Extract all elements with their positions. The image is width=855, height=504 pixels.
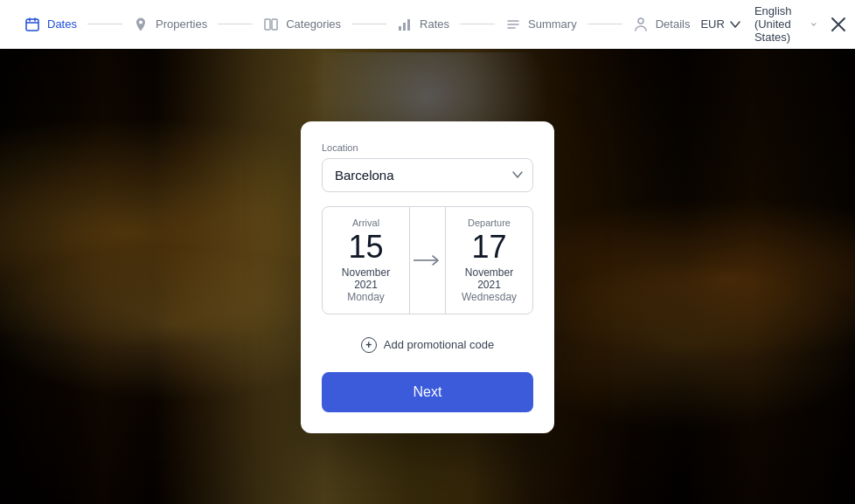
svg-rect-0	[26, 19, 38, 31]
next-button[interactable]: Next	[322, 372, 533, 412]
promo-label: Add promotional code	[384, 338, 494, 351]
svg-rect-4	[265, 19, 270, 30]
location-label: Location	[322, 142, 533, 153]
nav-step-rates-label: Rates	[420, 17, 449, 31]
close-icon	[831, 17, 846, 32]
location-select-wrapper: Barcelona	[322, 158, 533, 192]
currency-chevron-icon	[730, 21, 740, 28]
nav-step-summary[interactable]: Summary	[495, 17, 587, 32]
arrival-box[interactable]: Arrival 15 November 2021 Monday	[323, 207, 409, 314]
step-divider-5	[587, 24, 622, 24]
nav-right: EUR English (United States)	[700, 4, 845, 44]
svg-point-12	[638, 18, 643, 24]
plus-circle-icon: +	[361, 337, 377, 353]
language-value: English (United States)	[754, 4, 806, 44]
arrival-month-year: November 2021	[335, 266, 397, 291]
nav-step-details-label: Details	[656, 17, 691, 31]
svg-rect-8	[407, 19, 410, 31]
rates-icon	[397, 17, 413, 32]
nav-step-details[interactable]: Details	[622, 17, 701, 32]
nav-step-properties-label: Properties	[156, 17, 207, 31]
departure-weekday: Wednesday	[458, 291, 520, 303]
nav-step-dates[interactable]: Dates	[14, 17, 87, 32]
location-select[interactable]: Barcelona	[322, 158, 533, 192]
step-divider-1	[87, 24, 122, 24]
step-divider-4	[460, 24, 495, 24]
categories-icon	[263, 17, 279, 32]
language-chevron-icon	[811, 21, 816, 28]
person-icon	[633, 17, 649, 32]
departure-box[interactable]: Departure 17 November 2021 Wednesday	[446, 207, 532, 314]
currency-value: EUR	[700, 17, 724, 31]
step-divider-3	[351, 24, 386, 24]
top-navigation: Dates Properties Categories	[0, 0, 855, 49]
dates-row: Arrival 15 November 2021 Monday Departur…	[322, 206, 533, 314]
dates-arrow-divider	[409, 207, 446, 314]
nav-step-categories[interactable]: Categories	[253, 17, 351, 32]
departure-label: Departure	[458, 217, 520, 228]
arrival-day: 15	[335, 231, 397, 263]
nav-step-dates-label: Dates	[47, 17, 77, 31]
departure-month-year: November 2021	[458, 266, 520, 291]
nav-step-categories-label: Categories	[286, 17, 341, 31]
arrival-label: Arrival	[335, 217, 397, 228]
svg-rect-7	[403, 23, 406, 31]
booking-modal: Location Barcelona Arrival 15 November 2…	[301, 121, 554, 433]
nav-steps: Dates Properties Categories	[14, 17, 700, 32]
location-icon	[133, 17, 149, 32]
calendar-icon	[24, 17, 40, 32]
close-button[interactable]	[831, 12, 846, 37]
arrival-weekday: Monday	[335, 291, 397, 303]
step-divider-2	[218, 24, 253, 24]
departure-day: 17	[458, 231, 520, 263]
language-selector[interactable]: English (United States)	[754, 4, 817, 44]
currency-selector[interactable]: EUR	[700, 17, 740, 31]
nav-step-rates[interactable]: Rates	[386, 17, 460, 32]
add-promo-button[interactable]: + Add promotional code	[322, 328, 533, 362]
svg-rect-5	[272, 19, 277, 30]
nav-step-properties[interactable]: Properties	[122, 17, 218, 32]
nav-step-summary-label: Summary	[528, 17, 577, 31]
svg-rect-6	[399, 26, 401, 31]
summary-icon	[505, 17, 521, 32]
arrow-right-icon	[414, 254, 441, 266]
